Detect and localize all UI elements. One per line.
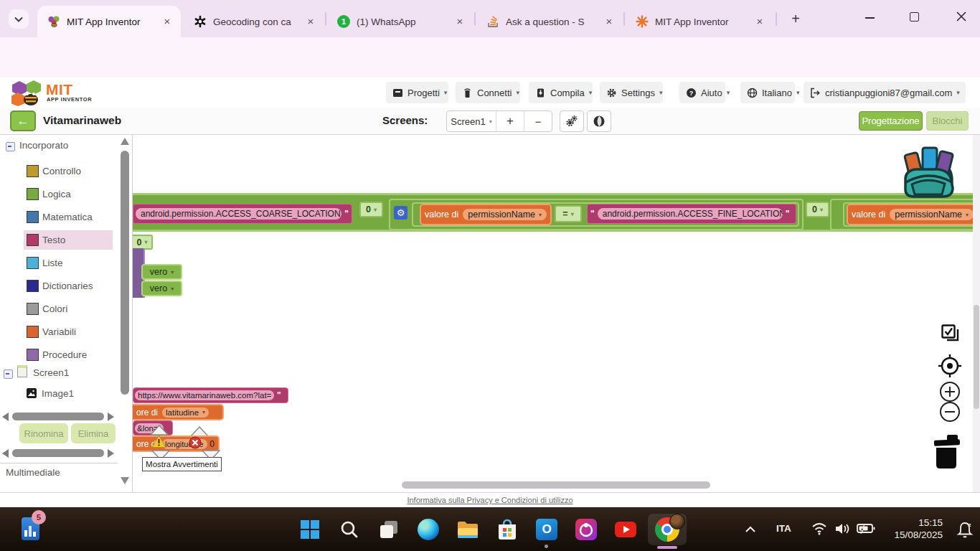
palette-item-variabili[interactable]: Variabili [24,322,113,342]
window-close-button[interactable] [954,9,969,24]
getter-block-permissionname-2[interactable]: valore di permissionName▾ [847,204,980,225]
dropdown-zero-1[interactable]: 0▾ [359,202,383,217]
delete-button[interactable]: Elimina [71,423,116,443]
taskbar-clock[interactable]: 15:15 15/08/2025 [894,517,943,541]
tab-search-chevron-button[interactable] [9,9,29,29]
taskbar-search-button[interactable] [338,518,361,541]
privacy-link[interactable]: Informativa sulla Privacy e Condizioni d… [407,496,573,504]
volume-icon[interactable] [834,522,850,539]
backpack-icon[interactable] [901,145,961,205]
scroll-right-arrow[interactable] [108,449,114,458]
tab-close-icon[interactable]: × [453,15,466,28]
text-block-access-fine-location[interactable]: " android.permission.ACCESS_FINE_LOCATIO… [587,204,796,224]
palette-item-dictionaries[interactable]: Dictionaries [24,276,113,296]
tab-stackoverflow[interactable]: Ask a question - S × [476,6,623,37]
back-to-projects-button[interactable]: ← [10,110,36,131]
palette-item-matematica[interactable]: Matematica [24,207,113,227]
tree-collapse-icon[interactable] [4,369,13,379]
text-block-url[interactable]: https://www.vitamarinaweb.com?lat= " [133,387,288,403]
wifi-icon[interactable] [811,522,827,538]
tab-geocoding[interactable]: Geocoding con ca × [184,6,324,37]
palette-item-testo[interactable]: Testo [24,230,113,250]
tab-mit-app-inventor[interactable]: MIT App Inventor × [37,6,181,37]
menu-progetti[interactable]: Progetti▾ [386,82,448,103]
microsoft-store-icon[interactable] [496,518,519,541]
tab-mit-app-inventor-2[interactable]: MIT App Inventor × [626,6,773,37]
getter-variable-dropdown[interactable]: permissionName▾ [463,209,547,220]
palette-scroll-up-arrow[interactable] [121,138,129,145]
menu-settings[interactable]: Settings▾ [600,82,663,103]
text-block-access-coarse-location[interactable]: android.permission.ACCESS_COARSE_LOCATIO… [133,204,352,224]
tab-close-icon[interactable]: × [753,15,766,28]
outlook-icon[interactable]: O [535,518,558,541]
zoom-out-icon[interactable] [939,401,961,423]
palette-item-colori[interactable]: Colori [24,299,113,319]
tree-collapse-icon[interactable] [6,142,15,151]
getter-variable-dropdown[interactable]: latitudine▾ [162,408,209,418]
start-button[interactable] [298,518,321,541]
text-block-value[interactable]: https://www.vitamarinaweb.com?lat= [135,390,274,400]
getter-block-latitudine[interactable]: ore di latitudine▾ [133,404,224,420]
text-block-value[interactable]: android.permission.ACCESS_FINE_LOCATION [598,208,783,220]
canvas-vscrollbar[interactable] [974,305,979,409]
copy-all-blocks-icon[interactable] [941,324,960,343]
palette-hscrollbar-2[interactable] [12,449,104,457]
palette-item-liste[interactable]: Liste [24,253,113,273]
tree-item-image1[interactable]: Image1 [42,388,74,399]
tree-item-screen1[interactable]: Screen1 [33,367,69,378]
notifications-bell[interactable]: z [956,521,974,542]
logic-true-block-1[interactable]: vero▾ [141,264,182,280]
dropdown-zero-partial[interactable]: 0▾ [133,235,153,250]
keyboard-language[interactable]: ITA [776,523,791,534]
show-warnings-button[interactable]: Mostra Avvertimenti [142,457,222,471]
tray-show-hidden-icons[interactable] [745,524,756,537]
youtube-icon[interactable] [614,518,637,541]
scroll-left-arrow[interactable] [2,413,9,421]
menu-italiano[interactable]: Italiano▾ [740,82,795,103]
dropdown-zero-2[interactable]: 0▾ [806,202,829,217]
file-explorer-icon[interactable] [456,518,479,541]
scroll-left-arrow[interactable] [2,449,9,458]
menu-aiuto[interactable]: ? Aiuto▾ [679,82,725,103]
menu-account[interactable]: cristianpuggioni87@gmail.com▾ [804,82,966,103]
rename-button[interactable]: Rinomina [19,423,68,443]
error-icon[interactable] [189,436,202,449]
chrome-active-slot[interactable] [648,514,687,545]
palette-item-controllo[interactable]: Controllo [24,161,113,181]
warning-icon[interactable] [151,435,166,448]
publish-gallery-button[interactable] [587,110,611,132]
menu-compila[interactable]: Compila▾ [529,82,593,103]
zoom-in-icon[interactable] [939,381,961,402]
tab-close-icon[interactable]: × [603,15,616,28]
task-view-button[interactable] [377,518,400,541]
edge-browser-icon[interactable] [417,518,440,541]
tab-close-icon[interactable]: × [304,15,317,28]
remove-screen-button[interactable]: − [524,111,552,131]
block-when-permission-row[interactable]: android.permission.ACCESS_COARSE_LOCATIO… [133,193,980,232]
text-block-value[interactable]: android.permission.ACCESS_COARSE_LOCATIO… [136,208,341,220]
new-tab-button[interactable]: + [788,11,804,27]
palette-hscrollbar[interactable] [12,413,104,420]
canvas-hscrollbar[interactable] [402,481,710,489]
project-properties-button[interactable] [560,110,584,132]
designer-view-button[interactable]: Progettazione [859,111,923,131]
mutator-gear-icon[interactable]: ⚙ [394,206,407,220]
pinned-app-q-icon[interactable] [575,518,598,541]
menu-connetti[interactable]: Connetti▾ [456,82,520,103]
palette-scroll-down-arrow[interactable] [121,477,129,484]
tab-close-icon[interactable]: × [161,15,174,28]
palette-item-logica[interactable]: Logica [24,184,113,204]
getter-block-permissionname-1[interactable]: valore di permissionName▾ [420,204,552,225]
scroll-right-arrow[interactable] [108,413,114,421]
palette-item-procedure[interactable]: Procedure [24,345,113,364]
battery-icon[interactable] [857,522,875,537]
logic-true-block-2[interactable]: vero▾ [141,281,182,296]
window-maximize-button[interactable] [910,12,919,22]
blocks-canvas[interactable]: android.permission.ACCESS_COARSE_LOCATIO… [133,135,980,492]
trash-icon[interactable] [929,432,963,471]
add-screen-button[interactable]: + [496,111,524,131]
tab-whatsapp[interactable]: 1 (1) WhatsApp × [327,6,473,37]
palette-vscrollbar[interactable] [121,151,129,395]
dropdown-equals[interactable]: =▾ [555,205,582,222]
center-blocks-target-icon[interactable] [938,354,962,378]
